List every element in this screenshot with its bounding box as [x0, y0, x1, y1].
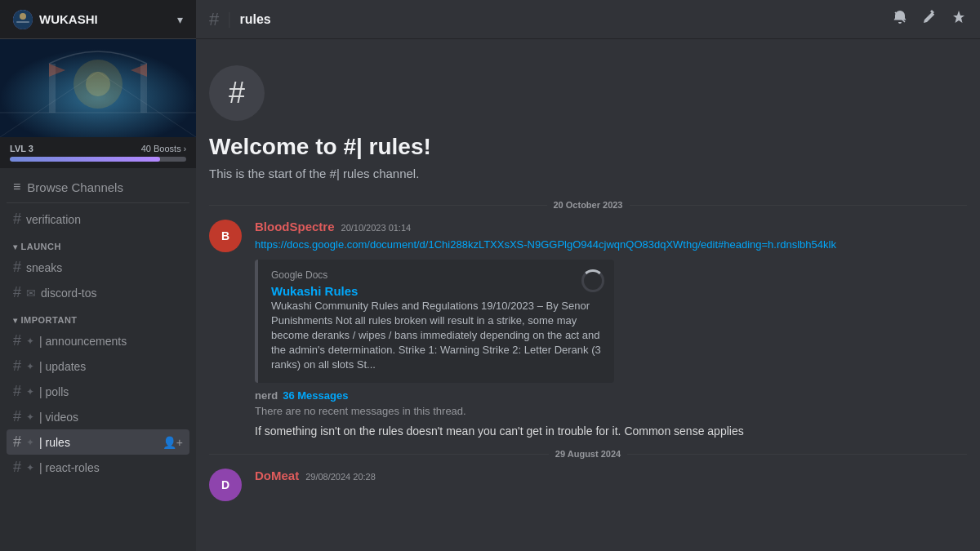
category-important[interactable]: ▾ IMPORTANT — [7, 305, 189, 328]
message-content-domeat: DoMeat 29/08/2024 20:28 — [255, 469, 967, 501]
category-chevron-icon: ▾ — [13, 316, 18, 325]
channel-welcome: # Welcome to #| rules! This is the start… — [196, 39, 980, 193]
edit-icon[interactable] — [921, 9, 938, 29]
channel-special-icon: ✦ — [26, 437, 34, 448]
svg-rect-2 — [16, 21, 29, 23]
channel-hash-icon: # — [13, 358, 21, 375]
add-member-icon[interactable]: 👤+ — [163, 436, 183, 449]
embed-loading-spinner — [581, 269, 604, 292]
channel-special-icon: ✦ — [26, 335, 34, 347]
loading-circle — [581, 269, 604, 292]
category-chevron-icon: ▾ — [13, 242, 18, 251]
divider-line-right — [630, 205, 968, 206]
browse-channels-button[interactable]: ≡ Browse Channels — [7, 175, 189, 199]
category-launch-label: LAUNCH — [21, 242, 61, 251]
main-content: # | rules — [196, 0, 980, 551]
topbar-hash-icon: # — [209, 9, 219, 30]
banner-svg — [0, 39, 196, 137]
message-author: BloodSpectre — [255, 220, 335, 233]
message-header: BloodSpectre 20/10/2023 01:14 — [255, 220, 967, 233]
sidebar-divider-1 — [7, 202, 189, 203]
thread-info: nerd 36 Messages — [255, 389, 466, 402]
level-text: LVL 3 — [10, 144, 33, 153]
svg-point-1 — [20, 13, 26, 20]
channel-hash-icon: # — [13, 383, 21, 400]
channel-name-polls: | polls — [39, 385, 183, 398]
channel-item-rules[interactable]: # ✦ | rules 👤+ — [7, 429, 189, 455]
message-timestamp-domeat: 29/08/2024 20:28 — [305, 472, 376, 482]
message-bloodspectre: B BloodSpectre 20/10/2023 01:14 https://… — [196, 216, 980, 420]
server-header-left: WUKASHI — [13, 10, 98, 29]
message-author-domeat: DoMeat — [255, 469, 299, 482]
boost-count: 40 Boosts — [141, 144, 181, 153]
channel-item-discord-tos[interactable]: # ✉ discord-tos — [7, 280, 189, 305]
message-text: https://docs.google.com/document/d/1Chi2… — [255, 237, 967, 253]
boost-text: 40 Boosts › — [141, 144, 186, 153]
channel-hash-icon: # — [13, 284, 21, 301]
channel-topbar: # | rules — [196, 0, 980, 39]
message-domeat: D DoMeat 29/08/2024 20:28 — [196, 465, 980, 504]
sidebar-channels: ≡ Browse Channels # verification ▾ LAUNC… — [0, 168, 196, 551]
category-important-label: IMPORTANT — [21, 315, 78, 325]
channel-hash-icon: # — [13, 259, 21, 276]
channel-name-rules: | rules — [39, 436, 158, 449]
date-divider-august: 29 August 2024 — [196, 442, 980, 465]
embed-source: Google Docs — [271, 269, 601, 281]
channel-item-announcements[interactable]: # ✦ | announcements — [7, 328, 189, 353]
channel-hash-icon: # — [13, 433, 21, 451]
embed-description: Wukashi Community Rules and Regulations … — [271, 299, 601, 373]
date-divider-october: 20 October 2023 — [196, 193, 980, 216]
channel-name-updates: | updates — [39, 360, 183, 373]
server-icon — [13, 10, 33, 29]
messages-area[interactable]: # Welcome to #| rules! This is the start… — [196, 39, 980, 551]
divider-line-left — [209, 454, 549, 455]
server-banner — [0, 39, 196, 137]
message-header-domeat: DoMeat 29/08/2024 20:28 — [255, 469, 967, 482]
channel-item-videos[interactable]: # ✦ | videos — [7, 404, 189, 429]
boost-chevron-icon: › — [184, 144, 186, 153]
server-name: WUKASHI — [39, 12, 98, 26]
channel-item-polls[interactable]: # ✦ | polls — [7, 379, 189, 404]
category-launch[interactable]: ▾ LAUNCH — [7, 232, 189, 255]
server-header[interactable]: WUKASHI ▾ — [0, 0, 196, 39]
notification-bell-icon[interactable] — [892, 9, 908, 29]
channel-item-sneaks[interactable]: # sneaks — [7, 255, 189, 280]
divider-line-left — [209, 205, 547, 206]
channel-item-updates[interactable]: # ✦ | updates — [7, 353, 189, 379]
thread-author: nerd — [255, 389, 278, 402]
embed-title[interactable]: Wukashi Rules — [271, 284, 358, 298]
banner-decorative — [0, 39, 196, 137]
avatar-initials-domeat: D — [209, 469, 242, 501]
server-dropdown-icon: ▾ — [177, 13, 183, 26]
channel-item-react-roles[interactable]: # ✦ | react-roles — [7, 455, 189, 480]
channel-name-verification: verification — [26, 213, 183, 226]
channel-name-announcements: | announcements — [39, 335, 183, 348]
channel-hash-icon: # — [13, 459, 21, 476]
channel-item-verification[interactable]: # verification — [7, 207, 189, 232]
divider-line-right — [627, 454, 967, 455]
message-link[interactable]: https://docs.google.com/document/d/1Chi2… — [255, 238, 836, 251]
channel-special-icon: ✦ — [26, 462, 34, 473]
level-bar-top: LVL 3 40 Boosts › — [10, 144, 186, 153]
thread-count-link[interactable]: 36 Messages — [283, 389, 348, 402]
topbar-icons — [892, 9, 967, 29]
message-content-bloodspectre: BloodSpectre 20/10/2023 01:14 https://do… — [255, 220, 967, 417]
channel-special-icon: ✦ — [26, 361, 34, 372]
date-divider-text: 20 October 2023 — [554, 200, 623, 210]
message-plain-rules-note: If something isn't on the rules doesn't … — [196, 420, 980, 443]
channel-hash-icon: # — [13, 332, 21, 349]
pin-icon[interactable] — [951, 9, 967, 29]
topbar-channel-name: rules — [239, 12, 270, 27]
welcome-hash-icon: # — [209, 65, 265, 121]
message-timestamp: 20/10/2023 01:14 — [341, 223, 412, 233]
browse-channels-icon: ≡ — [13, 180, 20, 194]
svg-point-8 — [86, 72, 110, 96]
avatar-initials: B — [209, 220, 242, 252]
channel-special-icon: ✦ — [26, 386, 34, 398]
channel-name-discord-tos: discord-tos — [41, 287, 183, 300]
level-bar-fill — [10, 157, 160, 162]
channel-special-icon: ✦ — [26, 411, 34, 423]
channel-name-videos: | videos — [39, 411, 183, 424]
browse-channels-label: Browse Channels — [27, 180, 123, 194]
sidebar: WUKASHI ▾ — [0, 0, 196, 551]
